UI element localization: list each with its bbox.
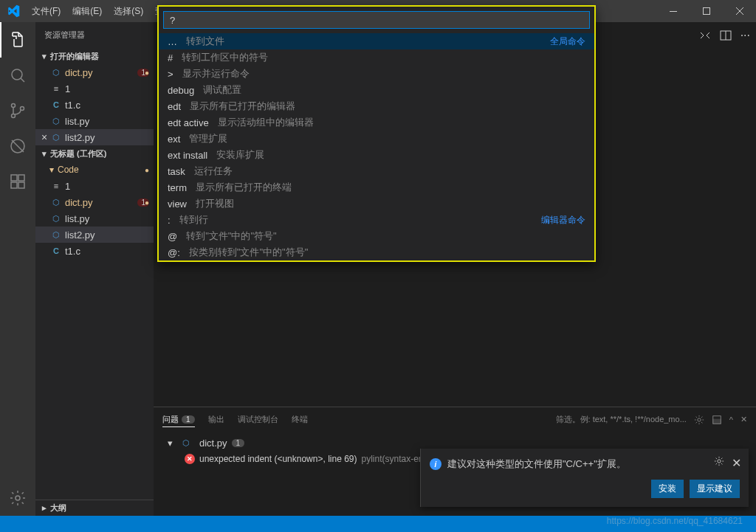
open-editor-item[interactable]: × ⬡ list2.py — [35, 129, 154, 145]
palette-row[interactable]: debug调试配置 — [159, 82, 594, 98]
palette-action-link[interactable]: 全局命令 — [550, 35, 585, 48]
show-suggestions-button[interactable]: 显示建议 — [690, 480, 740, 498]
notification-toast: ✕ i 建议对这种类型的文件使用"C/C++"扩展。 安装 显示建议 — [420, 449, 749, 507]
palette-row[interactable]: ext管理扩展 — [159, 131, 594, 147]
svg-rect-9 — [18, 182, 24, 188]
output-tab[interactable]: 输出 — [208, 414, 224, 425]
debug-activity[interactable] — [0, 128, 35, 164]
palette-row[interactable]: …转到文件全局命令 — [159, 33, 594, 49]
palette-prefix: @ — [168, 231, 177, 242]
palette-row[interactable]: @:按类别转到"文件"中的"符号" — [159, 244, 594, 260]
svg-rect-7 — [11, 175, 17, 181]
toast-message: 建议对这种类型的文件使用"C/C++"扩展。 — [447, 457, 626, 471]
extensions-activity[interactable] — [0, 164, 35, 199]
explorer-activity[interactable] — [0, 22, 35, 58]
palette-desc: 转到文件 — [186, 35, 224, 48]
close-button[interactable] — [723, 0, 756, 22]
file-item[interactable]: ⬡ list2.py — [35, 227, 154, 243]
explorer-sidebar: 资源管理器 ▾ 打开的编辑器 ⬡ dict.py 1 ≡ 1 C t1.c ⬡ … — [35, 22, 154, 516]
minimize-button[interactable] — [656, 0, 690, 22]
svg-point-11 — [16, 496, 20, 500]
palette-desc: 运行任务 — [194, 165, 233, 178]
filter-placeholder[interactable]: 筛选。例: text, **/*.ts, !**/node_mo... — [556, 414, 687, 425]
file-item[interactable]: ⬡ dict.py 1 — [35, 194, 154, 210]
workspace-label: 无标题 (工作区) — [50, 148, 106, 159]
outline-header[interactable]: ▸ 大纲 — [35, 500, 154, 516]
info-icon: i — [430, 458, 441, 470]
search-activity[interactable] — [0, 58, 35, 93]
palette-row[interactable]: >显示并运行命令 — [159, 66, 594, 82]
palette-action-link[interactable]: 编辑器命令 — [541, 214, 585, 227]
tab-label: 问题 — [162, 414, 179, 425]
panel-close-icon[interactable]: ✕ — [740, 415, 747, 424]
more-icon[interactable]: ··· — [740, 29, 750, 42]
compare-icon[interactable] — [699, 30, 711, 41]
menu-edit[interactable]: 编辑(E) — [66, 0, 108, 22]
palette-desc: 安装库扩展 — [216, 148, 264, 162]
palette-row[interactable]: edt显示所有已打开的编辑器 — [159, 98, 594, 114]
palette-prefix: view — [168, 198, 187, 210]
palette-desc: 显示所有已打开的终端 — [196, 181, 292, 194]
svg-point-13 — [698, 418, 701, 421]
svg-rect-10 — [18, 175, 24, 181]
palette-prefix: : — [168, 215, 171, 226]
problem-message: unexpected indent (<unknown>, line 69) — [199, 454, 357, 464]
palette-row[interactable]: @转到"文件"中的"符号" — [159, 228, 594, 244]
menu-file[interactable]: 文件(F) — [26, 0, 66, 22]
palette-row[interactable]: #转到工作区中的符号 — [159, 49, 594, 66]
vscode-logo-icon — [0, 4, 26, 18]
command-palette-input[interactable] — [163, 11, 590, 29]
palette-row[interactable]: :转到行编辑器命令 — [159, 212, 594, 228]
debug-console-tab[interactable]: 调试控制台 — [238, 414, 278, 425]
palette-prefix: edt — [168, 101, 181, 112]
install-button[interactable]: 安装 — [651, 480, 684, 498]
palette-desc: 显示并运行命令 — [182, 67, 250, 80]
open-editor-item[interactable]: ≡ 1 — [35, 80, 154, 97]
chevron-down-icon: ▾ — [46, 165, 58, 175]
svg-point-3 — [12, 104, 16, 108]
filter-settings-icon[interactable] — [694, 415, 704, 425]
python-file-icon: ⬡ — [50, 213, 62, 224]
svg-point-2 — [12, 69, 22, 80]
folder-item[interactable]: ▾ Code — [35, 162, 154, 178]
palette-row[interactable]: view打开视图 — [159, 196, 594, 212]
palette-row[interactable]: ext install安装库扩展 — [159, 147, 594, 163]
folder-name: Code — [58, 165, 79, 175]
toast-settings-icon[interactable] — [714, 456, 724, 470]
toast-close-icon[interactable]: ✕ — [732, 456, 741, 470]
palette-desc: 转到工作区中的符号 — [182, 51, 268, 64]
close-editor-icon[interactable]: × — [38, 131, 50, 143]
menu-selection[interactable]: 选择(S) — [108, 0, 149, 22]
collapse-icon[interactable] — [712, 415, 722, 425]
chevron-down-icon: ▾ — [38, 52, 50, 61]
svg-rect-1 — [703, 8, 709, 15]
activity-bar — [0, 22, 35, 516]
c-file-icon: C — [50, 99, 62, 111]
open-editors-header[interactable]: ▾ 打开的编辑器 — [35, 48, 154, 64]
workspace-header[interactable]: ▾ 无标题 (工作区) — [35, 145, 154, 162]
file-item[interactable]: ≡ 1 — [35, 178, 154, 194]
maximize-button[interactable] — [690, 0, 723, 22]
palette-row[interactable]: edt active显示活动组中的编辑器 — [159, 114, 594, 131]
open-editor-item[interactable]: C t1.c — [35, 97, 154, 113]
file-item[interactable]: C t1.c — [35, 243, 154, 259]
open-editors-label: 打开的编辑器 — [50, 51, 99, 62]
file-name: dict.py — [65, 197, 93, 208]
open-editor-item[interactable]: ⬡ list.py — [35, 113, 154, 129]
palette-prefix: @: — [168, 247, 180, 258]
palette-row[interactable]: term显示所有已打开的终端 — [159, 179, 594, 196]
file-item[interactable]: ⬡ list.py — [35, 210, 154, 227]
settings-activity[interactable] — [0, 480, 35, 516]
palette-row[interactable]: task运行任务 — [159, 163, 594, 179]
text-file-icon: ≡ — [50, 83, 62, 94]
panel-maximize-icon[interactable]: ^ — [729, 415, 733, 424]
open-editor-item[interactable]: ⬡ dict.py 1 — [35, 64, 154, 80]
scm-activity[interactable] — [0, 93, 35, 128]
split-editor-icon[interactable] — [720, 30, 732, 41]
terminal-tab[interactable]: 终端 — [292, 414, 308, 425]
chevron-down-icon: ▾ — [164, 438, 176, 449]
problems-tab[interactable]: 问题 1 — [162, 414, 195, 427]
status-bar[interactable] — [0, 516, 756, 532]
error-icon: ✕ — [185, 454, 195, 464]
palette-desc: 显示所有已打开的编辑器 — [190, 100, 295, 113]
